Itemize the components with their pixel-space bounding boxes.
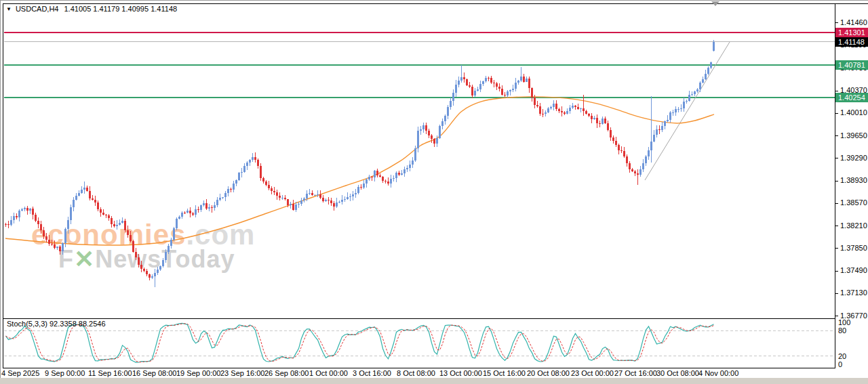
candle-body (610, 130, 612, 137)
candle-body (555, 104, 557, 109)
time-label[interactable]: 4 Sep 2025 (1, 369, 39, 377)
candle-body (366, 179, 368, 184)
candle-body (601, 119, 604, 123)
time-label[interactable]: 1 Oct 00:00 (309, 369, 348, 377)
time-label[interactable]: 23 Sep 16:00 (220, 369, 264, 377)
time-label[interactable]: 30 Oct 08:00 (656, 369, 699, 377)
candle-body (159, 266, 161, 270)
candle-body (192, 213, 194, 215)
candle-body (54, 244, 56, 248)
time-label[interactable]: 27 Oct 16:00 (614, 369, 657, 377)
candle-body (523, 77, 525, 81)
candle-body (458, 81, 460, 85)
candle-body (344, 199, 346, 200)
candle-body (26, 208, 28, 210)
candle-body (83, 188, 85, 190)
candle-body (336, 202, 338, 207)
candle-body (311, 193, 313, 195)
candle-body (176, 219, 178, 229)
candle-body (561, 111, 563, 112)
candle-body (431, 135, 433, 139)
candle-body (59, 247, 61, 251)
time-label[interactable]: 13 Oct 00:00 (439, 369, 482, 377)
candle-body (452, 93, 454, 101)
time-label[interactable]: 4 Nov 00:00 (698, 369, 738, 377)
time-label[interactable]: 16 Sep 08:00 (132, 369, 176, 377)
time-label[interactable]: 11 Sep 16:00 (88, 369, 132, 377)
time-label[interactable]: 26 Sep 08:00 (264, 369, 309, 377)
window-top-edge (0, 0, 868, 1)
candle-body (173, 228, 175, 240)
candle-body (593, 118, 595, 119)
chart-shift-marker[interactable] (711, 1, 719, 6)
candle-body (360, 187, 362, 188)
candle-body (482, 81, 484, 83)
time-label[interactable]: 19 Sep 00:00 (176, 369, 220, 377)
candle-body (585, 111, 587, 114)
time-label[interactable]: 20 Oct 08:00 (527, 369, 570, 377)
candle-body (439, 126, 441, 137)
chart-window: { "header": { "dropdown_icon": "▼", "sym… (0, 0, 868, 384)
candle-body (368, 177, 370, 179)
candle-body (300, 200, 302, 204)
time-label[interactable]: 15 Oct 16:00 (483, 369, 526, 377)
stochastic-panel-canvas[interactable] (4, 319, 835, 368)
candle-body (43, 230, 45, 236)
time-label[interactable]: 9 Sep 00:00 (45, 369, 85, 377)
candle-body (547, 108, 549, 112)
candle-body (62, 243, 64, 251)
candle-body (205, 203, 208, 209)
candle-body (295, 205, 297, 210)
candle-body (197, 209, 199, 210)
candle-body (92, 198, 94, 200)
candle-body (100, 209, 102, 213)
candle-body (376, 171, 378, 175)
candle-body (710, 62, 712, 68)
candle-body (417, 131, 419, 148)
candle-body (618, 145, 620, 150)
candle-body (623, 151, 625, 156)
candle-body (433, 139, 435, 143)
candle-body (338, 202, 340, 202)
candle-body (143, 269, 145, 271)
candle-body (116, 225, 118, 226)
price-tick-dash (835, 293, 838, 294)
symbol-dropdown-icon[interactable]: ▼ (6, 6, 12, 12)
time-label[interactable]: 3 Oct 16:00 (353, 369, 391, 377)
candle-body (637, 173, 639, 175)
candle-body (214, 205, 216, 208)
time-label[interactable]: 23 Oct 00:00 (571, 369, 614, 377)
candle-body (699, 83, 701, 89)
close-value: 1.41148 (151, 5, 177, 13)
candle-body (645, 156, 647, 163)
candle-body (422, 125, 425, 129)
candle-body (390, 179, 392, 184)
candle-body (78, 193, 80, 196)
price-tick-dash (835, 181, 838, 182)
candle-body (37, 221, 39, 224)
price-tick-label: 1.38570 (840, 198, 867, 207)
candle-body (102, 213, 104, 215)
candle-body (672, 112, 674, 113)
candle-body (403, 169, 406, 173)
candle-body (615, 141, 617, 145)
time-label[interactable]: 8 Oct 08:00 (397, 369, 435, 377)
candle-body (414, 148, 416, 161)
candle-body (648, 150, 650, 156)
candle-body (558, 109, 560, 111)
candle-body (507, 91, 509, 95)
candle-body (512, 89, 514, 90)
stoch-scale-80: 80 (838, 326, 846, 335)
ascending-trendline[interactable] (645, 42, 730, 180)
stoch-scale-100: 100 (838, 318, 850, 326)
candle-body (48, 240, 50, 244)
candle-body (553, 104, 555, 107)
candle-body (661, 126, 663, 129)
candle-body (447, 107, 449, 116)
candle-body (260, 166, 262, 178)
candle-body (195, 209, 197, 215)
candle-body (680, 108, 682, 109)
main-chart-canvas[interactable] (4, 4, 835, 318)
candle-body (292, 204, 294, 210)
candle-body (97, 202, 99, 209)
